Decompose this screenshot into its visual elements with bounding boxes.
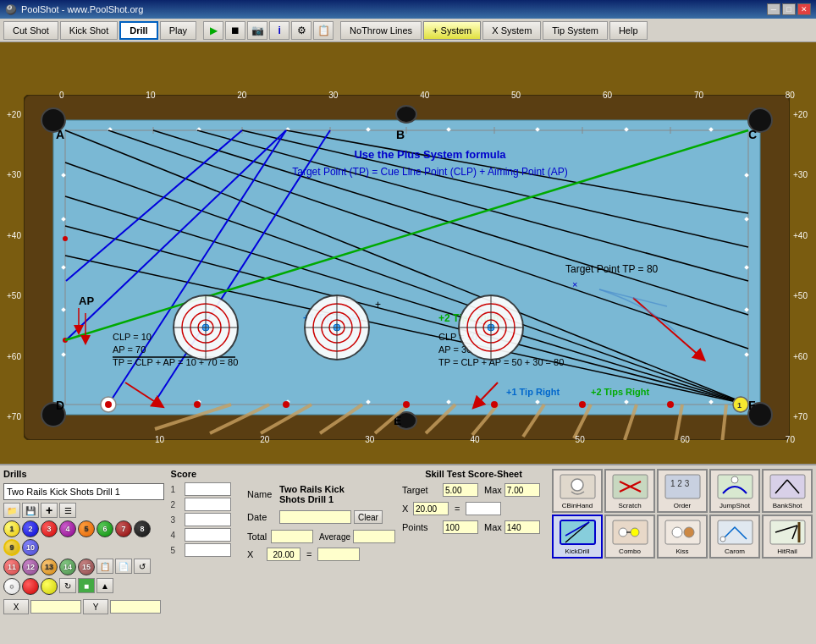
x-times-row: X = xyxy=(247,548,395,561)
y-button[interactable]: Y xyxy=(83,599,108,614)
ball-row-3: ○ ↻ ■ ▲ xyxy=(3,578,164,595)
max-label: Max xyxy=(484,485,502,495)
kiss-icon[interactable]: Kiss xyxy=(657,515,708,559)
combo-icon[interactable]: Combo xyxy=(604,515,655,559)
date-input[interactable] xyxy=(279,510,351,524)
rotate-btn[interactable]: ↻ xyxy=(59,578,76,593)
left-ruler: +20+30+40+50+60+70 xyxy=(7,110,21,421)
ball-red[interactable] xyxy=(22,578,39,595)
ball-7[interactable]: 7 xyxy=(115,520,132,537)
score-row-4: 4 xyxy=(171,528,240,542)
ball-10[interactable]: 10 xyxy=(22,539,39,556)
y-input[interactable] xyxy=(110,600,161,614)
copy-btn[interactable]: 📋 xyxy=(96,559,113,574)
ball-9[interactable]: 9 xyxy=(3,539,20,556)
tip-system-button[interactable]: Tip System xyxy=(543,21,608,40)
svg-text:D: D xyxy=(56,399,64,412)
ball-11[interactable]: 11 xyxy=(3,559,20,575)
title-bar: 🎱 PoolShot - www.PoolShot.org ─ □ ✕ xyxy=(0,0,816,19)
ball-cue[interactable]: ○ xyxy=(3,578,20,595)
score-input-1[interactable] xyxy=(185,482,231,496)
svg-point-132 xyxy=(579,401,586,408)
x-button[interactable]: X xyxy=(3,599,29,614)
no-throw-button[interactable]: NoThrow Lines xyxy=(340,21,422,40)
ball-1[interactable]: 1 xyxy=(3,520,20,537)
skill-x-input[interactable] xyxy=(413,502,449,515)
total-input[interactable] xyxy=(271,530,313,543)
ball-5[interactable]: 5 xyxy=(78,520,95,537)
add-icon[interactable]: + xyxy=(41,503,58,518)
points-input[interactable] xyxy=(443,520,478,534)
hit-rail-icon[interactable]: HitRail xyxy=(762,515,813,559)
info-icon[interactable]: i xyxy=(269,21,289,40)
points-max-input[interactable] xyxy=(504,520,540,534)
score-input-5[interactable] xyxy=(185,543,231,557)
drills-listbox[interactable]: Two Rails Kick Shots Drill 1 xyxy=(3,483,164,500)
carom-label: Carom xyxy=(725,548,745,555)
clear-button[interactable]: Clear xyxy=(354,510,383,524)
score-row-1: 1 xyxy=(171,482,240,496)
ball-yellow[interactable] xyxy=(41,578,58,595)
svg-point-135 xyxy=(571,479,583,491)
ball-3[interactable]: 3 xyxy=(41,520,58,537)
ball-6[interactable]: 6 xyxy=(96,520,113,537)
paste-btn[interactable]: 📄 xyxy=(115,559,132,574)
kick-drill-icon[interactable]: KickDrill xyxy=(552,515,603,559)
ball-15[interactable]: 15 xyxy=(78,559,95,575)
svg-point-129 xyxy=(283,401,289,408)
list-icon[interactable]: ☰ xyxy=(59,503,76,518)
maximize-button[interactable]: □ xyxy=(782,3,796,15)
cb-in-hand-icon[interactable]: CBinHand xyxy=(552,469,603,513)
ball-4[interactable]: 4 xyxy=(59,520,76,537)
svg-text:CLP = 10: CLP = 10 xyxy=(113,332,152,342)
folder-icon[interactable]: 📁 xyxy=(3,503,20,518)
max-input[interactable] xyxy=(504,483,540,497)
target-input[interactable] xyxy=(443,483,478,497)
x-system-button[interactable]: X System xyxy=(482,21,541,40)
score-input-3[interactable] xyxy=(185,513,231,526)
order-icon[interactable]: 1 2 3 Order xyxy=(657,469,708,513)
x-times-input[interactable] xyxy=(267,548,300,561)
score-section: Score 1 2 3 4 5 xyxy=(171,469,240,644)
help-button[interactable]: Help xyxy=(609,21,648,40)
ball-2[interactable]: 2 xyxy=(22,520,39,537)
x-input[interactable] xyxy=(30,600,81,614)
score-num-4: 4 xyxy=(171,531,183,540)
svg-text:AP: AP xyxy=(79,294,94,307)
ball-14[interactable]: 14 xyxy=(59,559,76,575)
carom-icon[interactable]: Carom xyxy=(709,515,760,559)
cut-shot-button[interactable]: Cut Shot xyxy=(3,21,58,40)
camera-icon[interactable]: 📷 xyxy=(247,21,267,40)
skill-result-input[interactable] xyxy=(466,502,501,515)
minimize-button[interactable]: ─ xyxy=(767,3,780,15)
svg-text:Target Point (TP) = Cue Line P: Target Point (TP) = Cue Line Point (CLP)… xyxy=(292,166,567,178)
svg-point-155 xyxy=(684,527,694,537)
undo-btn[interactable]: ↺ xyxy=(134,559,151,574)
ball-12[interactable]: 12 xyxy=(22,559,39,575)
scratch-icon[interactable]: Scratch xyxy=(604,469,655,513)
play-button[interactable]: Play xyxy=(160,21,196,40)
plus-system-button[interactable]: + System xyxy=(423,21,481,40)
svg-point-133 xyxy=(667,401,674,408)
result-input[interactable] xyxy=(317,548,360,561)
score-row-5: 5 xyxy=(171,543,240,557)
points-max-label: Max xyxy=(484,522,502,532)
ball-13[interactable]: 13 xyxy=(41,559,58,575)
avg-input[interactable] xyxy=(353,530,395,543)
drill-button[interactable]: Drill xyxy=(119,21,157,40)
export-icon[interactable]: 📋 xyxy=(313,21,334,40)
record-icon[interactable]: ▶ xyxy=(203,21,223,40)
score-input-2[interactable] xyxy=(185,498,231,511)
close-button[interactable]: ✕ xyxy=(797,3,811,15)
stop-icon[interactable]: ⏹ xyxy=(225,21,245,40)
jump-shot-icon[interactable]: JumpShot xyxy=(709,469,760,513)
save-icon[interactable]: 💾 xyxy=(22,503,39,518)
up-btn[interactable]: ▲ xyxy=(96,578,113,593)
score-input-4[interactable] xyxy=(185,528,231,542)
bank-shot-icon[interactable]: BankShot xyxy=(762,469,813,513)
colors-btn[interactable]: ■ xyxy=(78,578,95,593)
kick-shot-button[interactable]: Kick Shot xyxy=(60,21,118,40)
settings-icon[interactable]: ⚙ xyxy=(291,21,312,40)
ball-8[interactable]: 8 xyxy=(134,520,151,537)
score-num-5: 5 xyxy=(171,546,183,555)
